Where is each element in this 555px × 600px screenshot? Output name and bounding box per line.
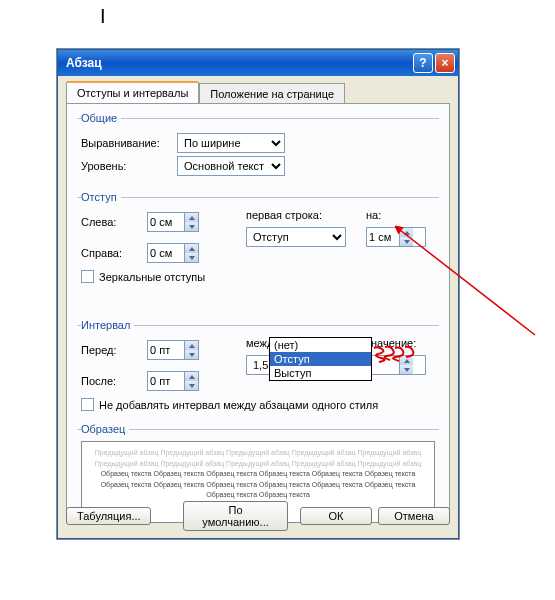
alignment-label: Выравнивание: <box>81 137 171 149</box>
after-input[interactable] <box>148 372 184 390</box>
dropdown-option-first-line[interactable]: Отступ <box>270 352 371 366</box>
noextra-checkbox[interactable] <box>81 398 94 411</box>
left-indent-spinner[interactable] <box>147 212 199 232</box>
special-indent-select[interactable]: Отступ <box>246 227 346 247</box>
dropdown-option-hanging[interactable]: Выступ <box>270 366 371 380</box>
ok-button[interactable]: ОК <box>300 507 372 525</box>
spinner-up-icon[interactable] <box>399 228 413 237</box>
help-button[interactable]: ? <box>413 53 433 73</box>
outline-select[interactable]: Основной текст <box>177 156 285 176</box>
titlebar[interactable]: Абзац ? × <box>58 50 458 76</box>
sample-prev-text: Предыдущий абзац Предыдущий абзац Предыд… <box>90 448 426 469</box>
spinner-down-icon[interactable] <box>184 253 198 262</box>
spinner-up-icon[interactable] <box>184 244 198 253</box>
tabs-button[interactable]: Табуляция... <box>66 507 151 525</box>
annotation-scribble <box>373 345 415 365</box>
general-legend: Общие <box>81 112 121 124</box>
before-label: Перед: <box>81 344 141 356</box>
spinner-down-icon[interactable] <box>184 381 198 390</box>
mirror-indents-checkbox[interactable] <box>81 270 94 283</box>
special-by-input[interactable] <box>367 228 399 246</box>
cancel-button[interactable]: Отмена <box>378 507 450 525</box>
noextra-label: Не добавлять интервал между абзацами одн… <box>99 399 378 411</box>
after-label: После: <box>81 375 141 387</box>
left-indent-input[interactable] <box>148 213 184 231</box>
special-by-spinner[interactable] <box>366 227 426 247</box>
sample-legend: Образец <box>81 423 129 435</box>
before-spinner[interactable] <box>147 340 199 360</box>
spinner-down-icon[interactable] <box>399 365 413 374</box>
alignment-select[interactable]: По ширине <box>177 133 285 153</box>
tab-position[interactable]: Положение на странице <box>199 83 345 104</box>
after-spinner[interactable] <box>147 371 199 391</box>
general-fieldset: Общие Выравнивание: По ширине Уровень: О… <box>77 112 439 183</box>
tab-panel: Общие Выравнивание: По ширине Уровень: О… <box>66 103 450 521</box>
dialog-footer: Табуляция... По умолчанию... ОК Отмена <box>66 501 450 531</box>
left-indent-label: Слева: <box>81 216 141 228</box>
indent-fieldset: Отступ Слева: Справа: <box>77 191 439 311</box>
right-indent-spinner[interactable] <box>147 243 199 263</box>
right-indent-input[interactable] <box>148 244 184 262</box>
text-caret: I <box>100 5 106 28</box>
spacing-legend: Интервал <box>81 319 134 331</box>
dialog-title: Абзац <box>66 56 102 70</box>
spinner-down-icon[interactable] <box>399 237 413 246</box>
spinner-up-icon[interactable] <box>184 213 198 222</box>
dropdown-option-none[interactable]: (нет) <box>270 338 371 352</box>
paragraph-dialog: Абзац ? × Отступы и интервалы Положение … <box>57 49 459 539</box>
spacing-fieldset: Интервал Перед: После: <box>77 319 439 415</box>
before-input[interactable] <box>148 341 184 359</box>
right-indent-label: Справа: <box>81 247 141 259</box>
sample-main-text: Образец текста Образец текста Образец те… <box>90 469 426 501</box>
special-indent-dropdown-list[interactable]: (нет) Отступ Выступ <box>269 337 372 381</box>
close-button[interactable]: × <box>435 53 455 73</box>
spinner-up-icon[interactable] <box>184 341 198 350</box>
special-by-label: на: <box>366 209 426 221</box>
special-indent-label: первая строка: <box>246 209 356 221</box>
indent-legend: Отступ <box>81 191 121 203</box>
tab-strip: Отступы и интервалы Положение на страниц… <box>66 82 450 104</box>
spinner-down-icon[interactable] <box>184 350 198 359</box>
spinner-up-icon[interactable] <box>184 372 198 381</box>
spinner-down-icon[interactable] <box>184 222 198 231</box>
tab-indents[interactable]: Отступы и интервалы <box>66 82 199 104</box>
mirror-indents-label: Зеркальные отступы <box>99 271 205 283</box>
default-button[interactable]: По умолчанию... <box>183 501 288 531</box>
outline-label: Уровень: <box>81 160 171 172</box>
